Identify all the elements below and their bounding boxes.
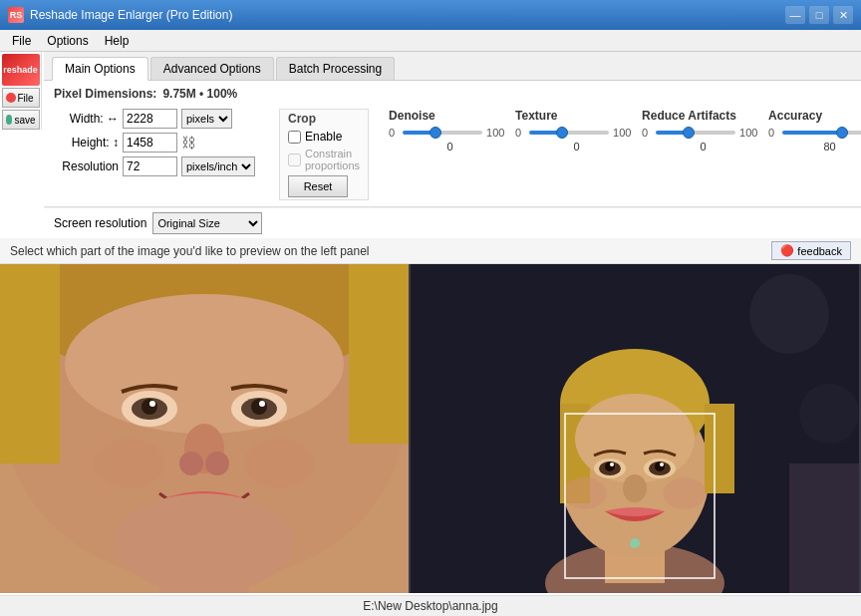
svg-rect-4 [349, 264, 409, 444]
open-circle-icon [6, 93, 16, 103]
texture-slider[interactable] [529, 131, 609, 135]
accuracy-slider[interactable] [782, 131, 861, 135]
crop-title: Crop [288, 112, 360, 126]
save-circle-icon [6, 115, 13, 125]
close-button[interactable]: ✕ [833, 6, 853, 24]
constrain-checkbox[interactable] [288, 154, 301, 166]
svg-point-18 [95, 439, 164, 488]
accuracy-title: Accuracy [768, 109, 822, 123]
maximize-button[interactable]: □ [809, 6, 829, 24]
preview-info-text: Select which part of the image you'd lik… [10, 244, 370, 258]
reduce-artifacts-slider[interactable] [656, 131, 735, 135]
right-face-svg [409, 264, 861, 593]
svg-point-36 [605, 462, 615, 471]
reduce-artifacts-slider-row: 0 100 [642, 127, 764, 139]
svg-point-10 [142, 399, 157, 415]
svg-point-16 [205, 452, 229, 475]
reduce-artifacts-title: Reduce Artifacts [642, 109, 736, 123]
svg-point-40 [623, 474, 647, 502]
left-image-panel[interactable] [0, 264, 409, 593]
accuracy-slider-row: 0 100 [768, 127, 861, 139]
logo: reshade [2, 54, 40, 86]
resolution-input[interactable] [123, 156, 177, 176]
svg-point-23 [799, 384, 859, 444]
accuracy-min: 0 [768, 127, 778, 139]
reduce-value: 0 [642, 141, 764, 153]
screen-res-select[interactable]: Original Size Fit to Screen 25% 50% 75% … [152, 212, 262, 234]
svg-point-15 [179, 452, 203, 475]
feedback-button[interactable]: 🔴 feedback [771, 241, 851, 260]
denoise-slider-row: 0 100 [389, 127, 511, 139]
menu-help[interactable]: Help [97, 32, 138, 50]
tabs-bar: Main Options Advanced Options Batch Proc… [44, 52, 861, 81]
svg-rect-20 [159, 558, 249, 593]
svg-point-39 [660, 462, 664, 466]
tab-main-options[interactable]: Main Options [52, 57, 148, 81]
filename-text: E:\New Desktop\anna.jpg [363, 599, 497, 613]
enable-label: Enable [305, 130, 342, 144]
pixels-select[interactable]: pixels [181, 109, 232, 129]
main-container: reshade File save Main Options Advanced … [0, 52, 861, 616]
menu-options[interactable]: Options [39, 32, 96, 50]
texture-min: 0 [515, 127, 525, 139]
enable-crop-checkbox[interactable] [288, 131, 301, 144]
svg-point-12 [149, 401, 155, 407]
accuracy-group: Accuracy 0 100 80 [768, 109, 861, 153]
svg-point-13 [259, 401, 265, 407]
open-button[interactable]: File [2, 88, 40, 108]
svg-point-31 [575, 394, 695, 483]
svg-point-11 [251, 399, 267, 415]
svg-point-37 [655, 462, 665, 471]
enable-crop-row: Enable [288, 130, 360, 144]
svg-point-19 [244, 439, 314, 488]
reset-button[interactable]: Reset [288, 175, 348, 197]
window-controls: — □ ✕ [785, 6, 853, 24]
save-button[interactable]: save [2, 110, 40, 130]
svg-rect-30 [705, 404, 734, 493]
svg-rect-24 [789, 463, 859, 593]
svg-point-22 [749, 274, 829, 354]
pixel-dimensions-row: Pixel Dimensions: 9.75M • 100% [54, 87, 851, 101]
menu-file[interactable]: File [4, 32, 39, 50]
minimize-button[interactable]: — [785, 6, 805, 24]
tab-batch-processing[interactable]: Batch Processing [276, 57, 395, 80]
texture-slider-row: 0 100 [515, 127, 638, 139]
left-sidebar: reshade File save [0, 52, 42, 130]
height-label: Height: ↕ [54, 136, 119, 150]
pixel-dim-label: Pixel Dimensions: [54, 87, 156, 101]
right-image-panel[interactable] [409, 264, 861, 593]
screen-res-label: Screen resolution [54, 216, 146, 230]
reduce-artifacts-group: Reduce Artifacts 0 100 0 [642, 109, 764, 153]
width-input[interactable] [123, 109, 177, 129]
height-input[interactable] [123, 133, 177, 153]
denoise-slider[interactable] [403, 131, 482, 135]
texture-group: Texture 0 100 0 [515, 109, 638, 153]
all-sliders-row: Denoise 0 100 0 Texture 0 [389, 109, 861, 182]
width-row: Width: ↔ pixels [54, 109, 255, 129]
resolution-row: Resolution pixels/inch [54, 156, 255, 176]
denoise-min: 0 [389, 127, 399, 139]
texture-max: 100 [613, 127, 638, 139]
reduce-max: 100 [739, 127, 764, 139]
link-proportions-icon: ⛓ [181, 135, 195, 151]
screen-resolution-row: Screen resolution Original Size Fit to S… [44, 207, 861, 238]
tab-advanced-options[interactable]: Advanced Options [150, 57, 274, 80]
filename-bar: E:\New Desktop\anna.jpg [0, 595, 861, 616]
left-face-svg [0, 264, 409, 593]
feedback-icon: 🔴 [780, 244, 794, 257]
pixel-dim-value: 9.75M • 100% [162, 87, 237, 101]
height-row: Height: ↕ ⛓ [54, 133, 255, 153]
svg-point-5 [65, 294, 344, 434]
resolution-unit-select[interactable]: pixels/inch [181, 156, 255, 176]
accuracy-value: 80 [768, 141, 861, 153]
constrain-label: Constrain proportions [305, 148, 360, 171]
denoise-title: Denoise [389, 109, 435, 123]
form-rows: Width: ↔ pixels Height: ↕ ⛓ Resolution [54, 109, 851, 200]
title-bar: RS Reshade Image Enlarger (Pro Edition) … [0, 0, 861, 30]
controls-panel: Pixel Dimensions: 9.75M • 100% Width: ↔ … [44, 81, 861, 207]
panels-row [0, 264, 861, 595]
app-icon: RS [8, 7, 24, 23]
constrain-row: Constrain proportions [288, 148, 360, 171]
texture-title: Texture [515, 109, 557, 123]
title-bar-left: RS Reshade Image Enlarger (Pro Edition) [8, 7, 232, 23]
